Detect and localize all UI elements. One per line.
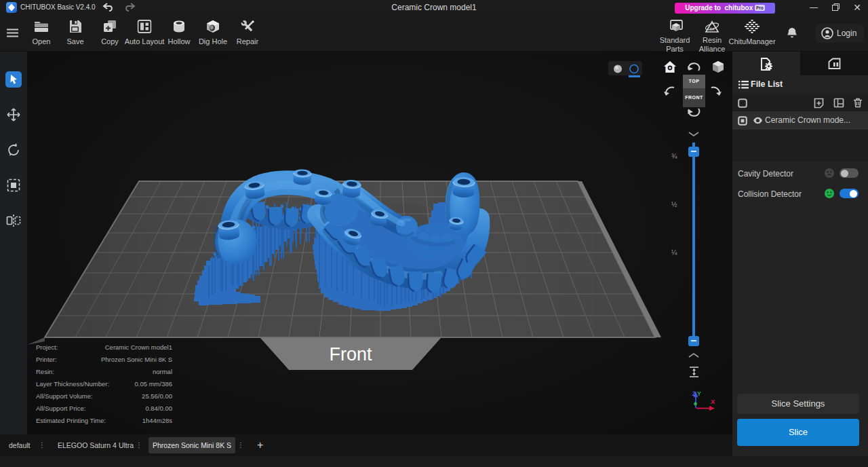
svg-text:Z: Z bbox=[692, 390, 696, 397]
svg-text:RA: RA bbox=[709, 27, 715, 31]
svg-text:Front: Front bbox=[329, 344, 372, 365]
svg-text:X: X bbox=[711, 398, 715, 405]
svg-text:Y: Y bbox=[697, 390, 701, 397]
